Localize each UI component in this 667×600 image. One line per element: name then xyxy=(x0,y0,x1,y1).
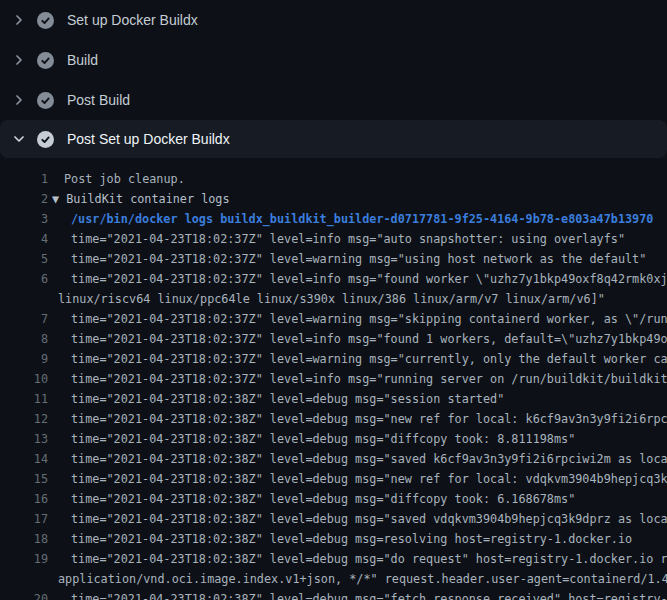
line-number[interactable]: 6 xyxy=(0,269,48,289)
log-line: 4 time="2021-04-23T18:02:37Z" level=info… xyxy=(0,229,667,249)
chevron-right-icon[interactable] xyxy=(11,12,27,28)
log-line: 11 time="2021-04-23T18:02:38Z" level=deb… xyxy=(0,389,667,409)
line-number[interactable]: 14 xyxy=(0,449,48,469)
log-text: time="2021-04-23T18:02:38Z" level=debug … xyxy=(48,409,667,429)
line-number[interactable]: 5 xyxy=(0,249,48,269)
log-pane: 1 Post job cleanup. 2 ▼ BuildKit contain… xyxy=(0,158,667,600)
line-number[interactable]: 8 xyxy=(0,329,48,349)
line-number[interactable] xyxy=(0,289,48,309)
step-label: Set up Docker Buildx xyxy=(67,12,198,28)
step-row-post-build[interactable]: Post Build xyxy=(0,80,667,120)
log-line: 15 time="2021-04-23T18:02:38Z" level=deb… xyxy=(0,469,667,489)
log-text: time="2021-04-23T18:02:38Z" level=debug … xyxy=(48,389,504,409)
log-line: 19 time="2021-04-23T18:02:38Z" level=deb… xyxy=(0,549,667,569)
chevron-right-icon[interactable] xyxy=(11,52,27,68)
chevron-down-icon[interactable] xyxy=(11,131,27,147)
group-toggle[interactable]: ▼ BuildKit container logs xyxy=(48,189,230,209)
log-text: time="2021-04-23T18:02:37Z" level=warnin… xyxy=(48,349,667,369)
line-number[interactable]: 9 xyxy=(0,349,48,369)
log-line: 2 ▼ BuildKit container logs xyxy=(0,189,667,209)
check-circle-icon xyxy=(37,12,54,29)
line-number[interactable]: 16 xyxy=(0,489,48,509)
line-number[interactable]: 1 xyxy=(0,169,48,189)
step-label: Build xyxy=(67,52,98,68)
line-number[interactable]: 7 xyxy=(0,309,48,329)
line-number[interactable]: 3 xyxy=(0,209,48,229)
log-text: time="2021-04-23T18:02:37Z" level=info m… xyxy=(48,229,625,249)
log-text: time="2021-04-23T18:02:38Z" level=debug … xyxy=(48,449,667,469)
actions-log-viewer: Set up Docker Buildx Build Post Build xyxy=(0,0,667,600)
step-label: Post Build xyxy=(67,92,130,108)
log-text: time="2021-04-23T18:02:37Z" level=warnin… xyxy=(48,249,646,269)
check-circle-icon xyxy=(37,92,54,109)
log-text: /usr/bin/docker logs buildx_buildkit_bui… xyxy=(48,209,653,229)
line-number[interactable]: 12 xyxy=(0,409,48,429)
line-number[interactable]: 17 xyxy=(0,509,48,529)
log-text: time="2021-04-23T18:02:38Z" level=debug … xyxy=(48,589,667,600)
line-number[interactable]: 15 xyxy=(0,469,48,489)
line-number[interactable]: 18 xyxy=(0,529,48,549)
log-line: 7 time="2021-04-23T18:02:37Z" level=warn… xyxy=(0,309,667,329)
line-number[interactable]: 10 xyxy=(0,369,48,389)
check-circle-icon xyxy=(37,131,54,148)
log-line: 6 time="2021-04-23T18:02:37Z" level=info… xyxy=(0,269,667,289)
step-row-post-set-up-docker-buildx[interactable]: Post Set up Docker Buildx xyxy=(0,120,667,158)
log-line: 8 time="2021-04-23T18:02:37Z" level=info… xyxy=(0,329,667,349)
line-number[interactable]: 11 xyxy=(0,389,48,409)
log-line: 5 time="2021-04-23T18:02:37Z" level=warn… xyxy=(0,249,667,269)
log-line: 9 time="2021-04-23T18:02:37Z" level=warn… xyxy=(0,349,667,369)
chevron-right-icon[interactable] xyxy=(11,92,27,108)
step-label: Post Set up Docker Buildx xyxy=(67,131,230,147)
log-line: 16 time="2021-04-23T18:02:38Z" level=deb… xyxy=(0,489,667,509)
step-list: Set up Docker Buildx Build Post Build xyxy=(0,0,667,158)
log-line: 12 time="2021-04-23T18:02:38Z" level=deb… xyxy=(0,409,667,429)
line-number[interactable]: 2 xyxy=(0,189,48,209)
log-line: application/vnd.oci.image.index.v1+json,… xyxy=(0,569,667,589)
log-text: linux/riscv64 linux/ppc64le linux/s390x … xyxy=(48,289,605,309)
log-text: time="2021-04-23T18:02:37Z" level=info m… xyxy=(48,329,667,349)
log-text: time="2021-04-23T18:02:37Z" level=warnin… xyxy=(48,309,667,329)
log-text: time="2021-04-23T18:02:38Z" level=debug … xyxy=(48,469,667,489)
step-row-build[interactable]: Build xyxy=(0,40,667,80)
log-text: time="2021-04-23T18:02:38Z" level=debug … xyxy=(48,529,632,549)
log-line: 13 time="2021-04-23T18:02:38Z" level=deb… xyxy=(0,429,667,449)
log-text: time="2021-04-23T18:02:38Z" level=debug … xyxy=(48,489,575,509)
line-number[interactable]: 20 xyxy=(0,589,48,600)
line-number[interactable]: 4 xyxy=(0,229,48,249)
check-circle-icon xyxy=(37,52,54,69)
log-line: 3 /usr/bin/docker logs buildx_buildkit_b… xyxy=(0,209,667,229)
log-text: time="2021-04-23T18:02:37Z" level=info m… xyxy=(48,369,667,389)
log-line: 18 time="2021-04-23T18:02:38Z" level=deb… xyxy=(0,529,667,549)
log-text: time="2021-04-23T18:02:37Z" level=info m… xyxy=(48,269,667,289)
line-number[interactable] xyxy=(0,569,48,589)
log-text: time="2021-04-23T18:02:38Z" level=debug … xyxy=(48,509,667,529)
log-text: Post job cleanup. xyxy=(48,169,185,189)
line-number[interactable]: 19 xyxy=(0,549,48,569)
log-line: 17 time="2021-04-23T18:02:38Z" level=deb… xyxy=(0,509,667,529)
log-line: 10 time="2021-04-23T18:02:37Z" level=inf… xyxy=(0,369,667,389)
log-line: linux/riscv64 linux/ppc64le linux/s390x … xyxy=(0,289,667,309)
log-line: 1 Post job cleanup. xyxy=(0,169,667,189)
step-row-set-up-docker-buildx[interactable]: Set up Docker Buildx xyxy=(0,0,667,40)
log-text: time="2021-04-23T18:02:38Z" level=debug … xyxy=(48,429,575,449)
log-text: time="2021-04-23T18:02:38Z" level=debug … xyxy=(48,549,667,569)
log-line: 20 time="2021-04-23T18:02:38Z" level=deb… xyxy=(0,589,667,600)
log-text: application/vnd.oci.image.index.v1+json,… xyxy=(48,569,667,589)
line-number[interactable]: 13 xyxy=(0,429,48,449)
log-line: 14 time="2021-04-23T18:02:38Z" level=deb… xyxy=(0,449,667,469)
